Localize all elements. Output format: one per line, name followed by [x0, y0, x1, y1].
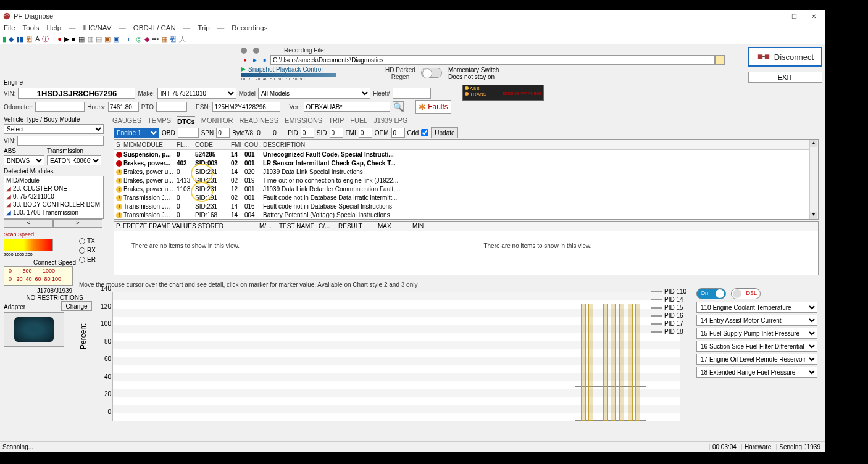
page-next[interactable]: >: [53, 219, 102, 228]
toolbar-icon[interactable]: ▦: [161, 35, 167, 43]
vehicle-type-select[interactable]: Select: [4, 124, 104, 134]
obd-input[interactable]: [178, 128, 199, 138]
list-item: ◢33. BODY CONTROLLER BCM: [4, 201, 103, 209]
page-prev[interactable]: <: [4, 219, 53, 228]
menu-help[interactable]: Help: [46, 24, 61, 31]
scan-speed-gauge: [4, 239, 53, 251]
minimize-button[interactable]: —: [770, 13, 778, 20]
tab-readiness[interactable]: READINESS: [239, 116, 278, 126]
toolbar-icon[interactable]: ▥: [87, 35, 93, 43]
dsl-toggle[interactable]: [731, 288, 761, 299]
engine-filter-select[interactable]: Engine 1: [114, 128, 159, 138]
toolbar-icon[interactable]: ⓘ: [42, 35, 49, 44]
menu-file[interactable]: File: [4, 24, 15, 31]
pid-select[interactable]: 14 Entry Assist Motor Current: [696, 315, 817, 326]
scrollbar[interactable]: ▲▼: [809, 140, 818, 219]
tab-gauges[interactable]: GAUGES: [112, 116, 141, 126]
table-row[interactable]: ! Transmission J...0 SID:23114 016Fault …: [114, 202, 818, 210]
stop-icon[interactable]: ■: [72, 35, 76, 43]
tab-dtcs[interactable]: DTCs: [177, 116, 195, 126]
disconnect-button[interactable]: Disconnect: [748, 47, 822, 67]
toolbar-icon[interactable]: ◆: [144, 35, 149, 43]
toolbar-icon[interactable]: ⊏: [128, 35, 133, 43]
toolbar-icon[interactable]: ▦: [78, 35, 85, 43]
model-select[interactable]: All Models: [258, 88, 370, 99]
toolbar-icon[interactable]: ▪▪▪: [152, 35, 159, 43]
folder-icon[interactable]: [715, 55, 725, 65]
odometer-input[interactable]: [35, 102, 85, 112]
tx-radio[interactable]: [79, 238, 85, 244]
rec-record-btn[interactable]: ●: [241, 56, 249, 64]
pid-select[interactable]: 110 Engine Coolant Temperature: [696, 302, 817, 313]
chart-canvas[interactable]: [112, 292, 680, 421]
table-row[interactable]: ! Brakes, power u...1103 SID:23112 001J1…: [114, 184, 818, 193]
pid-select[interactable]: 17 Engine Oil Level Remote Reservoir: [696, 354, 817, 365]
er-radio[interactable]: [79, 257, 85, 263]
rec-play-btn[interactable]: ▶: [251, 56, 259, 64]
tab-monitor[interactable]: MONITOR: [201, 116, 233, 126]
toolbar-icon[interactable]: ▣: [104, 35, 111, 43]
on-toggle[interactable]: [696, 288, 726, 299]
hours-input[interactable]: [108, 102, 139, 112]
exit-button[interactable]: EXIT: [748, 72, 822, 83]
toolbar-icon[interactable]: ◎: [136, 35, 142, 43]
module-list[interactable]: MID/Module ◢23. CLUSTER ONE ◢0. 75732110…: [4, 176, 104, 219]
menu-trip[interactable]: Trip: [198, 24, 209, 31]
fmi-input[interactable]: [359, 128, 372, 138]
fleet-input[interactable]: [393, 88, 431, 99]
tab-trip[interactable]: TRIP: [328, 116, 344, 126]
pid-select[interactable]: 18 Extended Range Fuel Pressure: [696, 367, 817, 378]
tab-emissions[interactable]: EMISSIONS: [285, 116, 322, 126]
menu-recordings[interactable]: Recordings: [232, 24, 267, 31]
abs-select[interactable]: BNDWS: [4, 155, 44, 165]
esn-input[interactable]: [212, 102, 280, 112]
trans-select[interactable]: EATON K086696: [47, 155, 101, 165]
spn-input[interactable]: [216, 128, 230, 138]
table-row[interactable]: ! Transmission J...0 SID:19102 001Fault …: [114, 193, 818, 202]
menu-obdii[interactable]: OBD-II / CAN: [133, 24, 176, 31]
close-button[interactable]: ✕: [809, 13, 818, 20]
toolbar-icon[interactable]: 퓐: [170, 35, 177, 44]
recording-path-input[interactable]: [270, 55, 715, 65]
playback-slider[interactable]: [241, 73, 336, 77]
toolbar-icon[interactable]: ▣: [113, 35, 119, 43]
toolbar-icon[interactable]: 퓐: [26, 35, 33, 44]
toolbar-icon[interactable]: ◆: [9, 35, 14, 43]
menu-ihcnav[interactable]: IHC/NAV: [83, 24, 112, 31]
vin-input[interactable]: [18, 88, 135, 99]
ver-input[interactable]: [304, 102, 390, 112]
toolbar-icon[interactable]: A: [35, 35, 40, 43]
rec-stop-btn[interactable]: ■: [261, 56, 269, 64]
update-button[interactable]: Update: [431, 127, 458, 138]
tab-temps[interactable]: TEMPS: [148, 116, 171, 126]
hd-regen-toggle[interactable]: [421, 68, 442, 78]
sid-input[interactable]: [330, 128, 343, 138]
pid-select[interactable]: 16 Suction Side Fuel Filter Differential…: [696, 341, 817, 352]
search-button[interactable]: 🔍: [393, 101, 404, 112]
tab-fuel[interactable]: FUEL: [350, 116, 367, 126]
table-row[interactable]: ! Brakes, power u...0 SID:23114 020J1939…: [114, 167, 818, 176]
pid-select[interactable]: 15 Fuel Supply Pump Inlet Pressure: [696, 328, 817, 339]
adapter-image: [4, 312, 64, 347]
lp-vin-input[interactable]: [17, 136, 104, 146]
toolbar-icon[interactable]: 人: [179, 35, 186, 44]
grid-checkbox[interactable]: [421, 129, 428, 136]
oem-input[interactable]: [391, 128, 405, 138]
table-row[interactable]: ! Transmission J...0 PID:16814 004Batter…: [114, 210, 818, 219]
tab-j1939lpg[interactable]: J1939 LPG: [373, 116, 407, 126]
play-icon[interactable]: ▶: [64, 35, 69, 43]
pto-input[interactable]: [156, 102, 187, 112]
table-row[interactable]: ! Brakes, power u...1413 SID:23102 019Ti…: [114, 176, 818, 184]
menu-tools[interactable]: Tools: [23, 24, 40, 31]
pid-input[interactable]: [301, 128, 314, 138]
maximize-button[interactable]: ☐: [790, 13, 798, 20]
toolbar-icon[interactable]: ▤: [96, 35, 102, 43]
toolbar-icon[interactable]: ▮: [2, 35, 6, 43]
rx-radio[interactable]: [79, 247, 85, 254]
make-select[interactable]: INT 7573211010: [157, 88, 236, 99]
table-row[interactable]: ! Suspension, p...0 52428514 001Unrecogn…: [114, 150, 818, 159]
menubar: File Tools Help — IHC/NAV — OBD-II / CAN…: [0, 22, 825, 33]
toolbar-icon[interactable]: ▮▮: [16, 35, 23, 43]
record-icon[interactable]: ●: [57, 35, 62, 43]
table-row[interactable]: ! Brakes, power...402 SID:00302 001LR Se…: [114, 159, 818, 167]
